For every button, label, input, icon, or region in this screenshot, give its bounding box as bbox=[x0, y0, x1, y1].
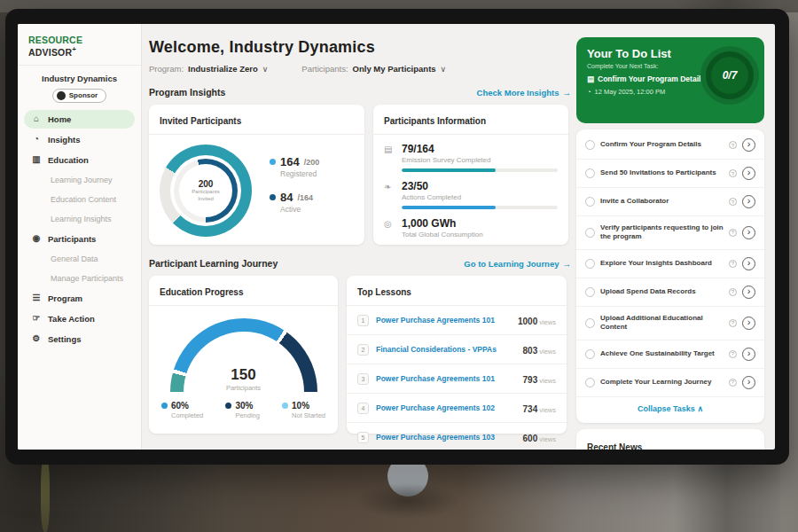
participants-information-title: Participants Information bbox=[384, 116, 486, 126]
participants-information-card: Participants Information ▤ 79/164 Emissi… bbox=[373, 105, 568, 245]
filter-value: Industrialize Zero bbox=[188, 64, 258, 74]
task-info-icon[interactable]: ? bbox=[729, 198, 737, 206]
legend-label: Not Started bbox=[292, 411, 325, 419]
sidebar-item[interactable]: General Data bbox=[24, 250, 135, 268]
lesson-row: 5 Power Purchase Agreements 103 600views bbox=[347, 423, 567, 450]
todo-task-row[interactable]: Explore Your Insights Dashboard ? › bbox=[576, 250, 764, 278]
lesson-views-count: 803 bbox=[523, 346, 538, 356]
lesson-rank-badge: 4 bbox=[357, 403, 369, 414]
lesson-link[interactable]: Power Purchase Agreements 103 bbox=[376, 433, 516, 442]
task-info-icon[interactable]: ? bbox=[729, 229, 737, 237]
lesson-link[interactable]: Power Purchase Agreements 102 bbox=[376, 403, 516, 412]
task-checkbox[interactable] bbox=[585, 349, 595, 359]
todo-task-row[interactable]: Achieve One Sustainability Target ? › bbox=[576, 340, 764, 369]
collapse-tasks-link[interactable]: Collapse Tasks ∧ bbox=[576, 397, 764, 419]
sidebar-item-label: Take Action bbox=[48, 314, 95, 324]
gauge-center-label: Participants bbox=[170, 384, 317, 392]
task-checkbox[interactable] bbox=[585, 287, 595, 297]
task-checkbox[interactable] bbox=[585, 140, 595, 150]
sidebar-item[interactable]: Education Content bbox=[24, 191, 135, 208]
check-more-insights-link[interactable]: Check More Insights→ bbox=[477, 88, 571, 98]
task-chevron-button[interactable]: › bbox=[742, 257, 755, 270]
task-info-icon[interactable]: ? bbox=[729, 260, 737, 268]
task-chevron-button[interactable]: › bbox=[742, 195, 755, 208]
task-info-icon[interactable]: ? bbox=[729, 350, 737, 358]
sidebar-item-label: Settings bbox=[48, 334, 81, 344]
task-checkbox[interactable] bbox=[585, 259, 595, 269]
task-checkbox[interactable] bbox=[585, 197, 595, 207]
task-chevron-button[interactable]: › bbox=[742, 376, 755, 389]
task-checkbox[interactable] bbox=[585, 378, 595, 387]
task-info-icon[interactable]: ? bbox=[729, 169, 737, 177]
clock-icon: ◔ bbox=[587, 88, 591, 96]
sidebar-item[interactable]: Manage Participants bbox=[24, 270, 135, 287]
todo-task-row[interactable]: Send 50 Invitations to Participants ? › bbox=[576, 160, 764, 188]
todo-task-row[interactable]: Verify participants requesting to join t… bbox=[576, 216, 764, 250]
task-info-icon[interactable]: ? bbox=[729, 379, 737, 387]
invited-participants-donut-chart: 200 Participants Invited bbox=[160, 145, 252, 237]
sidebar-item-label: Education Content bbox=[51, 195, 116, 204]
sidebar-item[interactable]: ◔ Insights bbox=[24, 130, 135, 149]
sidebar-program-name: Industry Dynamics bbox=[18, 74, 141, 83]
task-info-icon[interactable]: ? bbox=[729, 141, 737, 149]
task-chevron-button[interactable]: › bbox=[742, 226, 755, 239]
gauge-center-value: 150 bbox=[170, 366, 317, 384]
lesson-link[interactable]: Financial Considerations - VPPAs bbox=[376, 345, 516, 354]
sidebar-item[interactable]: ☰ Program bbox=[24, 289, 135, 308]
go-to-learning-journey-link[interactable]: Go to Learning Journey→ bbox=[464, 259, 571, 269]
task-info-icon[interactable]: ? bbox=[729, 319, 737, 327]
participants-information-rows: ▤ 79/164 Emission Survey Completed bbox=[373, 135, 568, 254]
donut-center-value: 200 bbox=[199, 179, 214, 189]
lesson-views-suffix: views bbox=[539, 377, 556, 385]
sidebar-item[interactable]: ◉ Participants bbox=[24, 230, 135, 248]
task-label: Explore Your Insights Dashboard bbox=[600, 259, 724, 268]
task-chevron-button[interactable]: › bbox=[742, 348, 755, 361]
info-row: ◎ 1,000 GWh Total Global Consumption bbox=[384, 217, 558, 239]
todo-task-row[interactable]: Confirm Your Program Details ? › bbox=[576, 131, 764, 160]
lesson-views-suffix: views bbox=[539, 435, 556, 443]
todo-task-row[interactable]: Invite a Collaborator ? › bbox=[576, 188, 764, 216]
legend-value: 84 bbox=[280, 191, 293, 204]
sidebar-item-icon: ◔ bbox=[31, 135, 42, 144]
sponsor-badge[interactable]: Sponsor bbox=[52, 89, 106, 103]
page-title: Welcome, Industry Dynamics bbox=[149, 38, 571, 57]
sidebar-item[interactable]: ☞ Take Action bbox=[24, 309, 135, 328]
sidebar-item[interactable]: ▥ Education bbox=[24, 151, 135, 169]
task-chevron-button[interactable]: › bbox=[742, 138, 755, 152]
legend-item: 84/164 Active bbox=[270, 191, 319, 214]
legend-label: Registered bbox=[280, 169, 319, 178]
task-checkbox[interactable] bbox=[585, 168, 595, 178]
filter-dropdown[interactable]: Program: Industrialize Zero ∨ bbox=[149, 64, 268, 74]
sidebar-item-label: Learning Journey bbox=[51, 176, 113, 184]
filter-dropdown[interactable]: Participants: Only My Participants ∨ bbox=[301, 64, 446, 74]
sidebar-item[interactable]: Learning Insights bbox=[24, 210, 135, 228]
app-logo: RESOURCE ADVISOR+ bbox=[18, 24, 141, 66]
monitor-stand-shadow bbox=[355, 483, 461, 519]
sidebar-item-label: Program bbox=[48, 293, 82, 303]
info-row: ❧ 23/50 Actions Completed bbox=[384, 180, 558, 209]
lesson-row: 1 Power Purchase Agreements 101 1000view… bbox=[347, 306, 567, 335]
legend-item: 60% Completed bbox=[161, 401, 203, 419]
sidebar-item-label: Manage Participants bbox=[51, 274, 123, 283]
lesson-link[interactable]: Power Purchase Agreements 101 bbox=[376, 374, 516, 383]
todo-task-row[interactable]: Complete Your Learning Journey ? › bbox=[576, 369, 764, 397]
lesson-link[interactable]: Power Purchase Agreements 101 bbox=[376, 316, 511, 325]
sidebar-menu: ⌂ Home ◔ Insights ▥ Education Learning J… bbox=[18, 110, 141, 348]
lesson-views-count: 1000 bbox=[518, 317, 537, 326]
task-chevron-button[interactable]: › bbox=[742, 167, 755, 180]
sidebar-item[interactable]: ⌂ Home bbox=[24, 110, 135, 129]
task-checkbox[interactable] bbox=[585, 228, 595, 238]
legend-dot bbox=[270, 159, 276, 165]
task-info-icon[interactable]: ? bbox=[729, 288, 737, 296]
sidebar-item-icon: ⌂ bbox=[31, 114, 42, 123]
clipboard-icon: ▤ bbox=[587, 74, 594, 83]
task-chevron-button[interactable]: › bbox=[742, 317, 755, 330]
logo-advisor: ADVISOR bbox=[28, 47, 72, 58]
sidebar-item[interactable]: ⚙ Settings bbox=[24, 330, 135, 348]
task-chevron-button[interactable]: › bbox=[742, 286, 755, 299]
sidebar-item[interactable]: Learning Journey bbox=[24, 171, 135, 189]
todo-task-row[interactable]: Upload Spend Data Records ? › bbox=[576, 278, 764, 307]
legend-denominator: /164 bbox=[297, 193, 313, 202]
todo-task-row[interactable]: Upload Additional Educational Content ? … bbox=[576, 307, 764, 340]
task-checkbox[interactable] bbox=[585, 318, 595, 328]
